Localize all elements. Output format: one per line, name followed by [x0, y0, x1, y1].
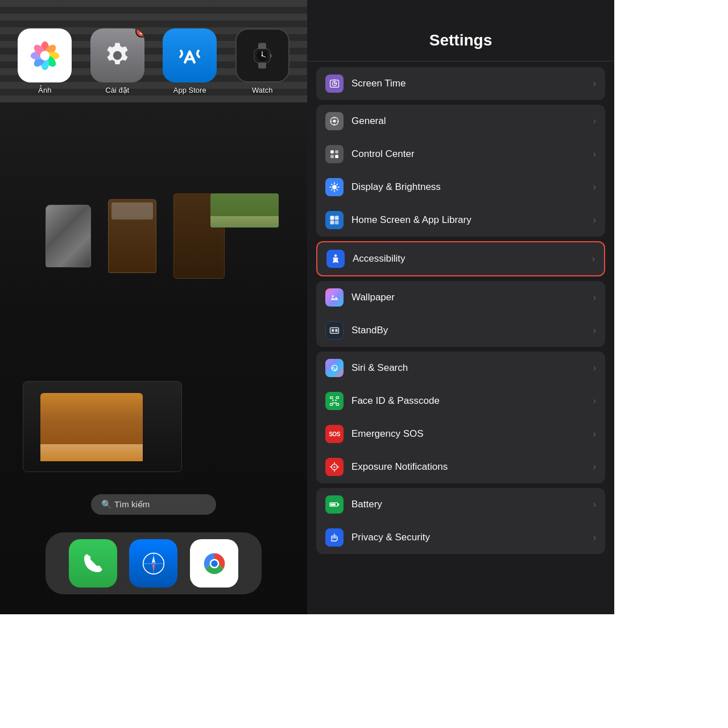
svg-rect-11 [258, 43, 266, 49]
svg-point-66 [332, 400, 334, 402]
svg-point-67 [335, 400, 337, 402]
svg-line-50 [331, 189, 332, 191]
dock-chrome[interactable] [190, 539, 238, 588]
settings-item-standby[interactable]: StandBy › [316, 314, 605, 347]
appstore-icon[interactable] [163, 28, 217, 82]
svg-rect-63 [336, 397, 338, 399]
dock-safari[interactable] [129, 539, 177, 588]
watch-icon[interactable] [235, 28, 289, 82]
emergency-sos-chevron: › [593, 429, 596, 439]
siri-chevron: › [593, 363, 596, 373]
food-scene [11, 193, 296, 535]
settings-group-3: Siri & Search › [316, 351, 605, 483]
exposure-chevron: › [593, 462, 596, 472]
settings-item-home-screen[interactable]: Home Screen & App Library › [316, 204, 605, 237]
tray [23, 381, 182, 472]
svg-line-48 [337, 189, 338, 191]
app-appstore[interactable]: App Store [163, 28, 217, 94]
control-center-chevron: › [593, 149, 596, 159]
settings-list: Screen Time › [307, 61, 614, 614]
settings-item-exposure[interactable]: Exposure Notifications › [316, 450, 605, 483]
screen-time-label: Screen Time [351, 78, 585, 89]
svg-point-42 [332, 185, 337, 189]
settings-item-face-id[interactable]: Face ID & Passcode › [316, 384, 605, 417]
emergency-sos-icon: SOS [325, 425, 344, 443]
settings-item-wallpaper[interactable]: Wallpaper › [316, 281, 605, 314]
settings-item-battery[interactable]: Battery › [316, 488, 605, 521]
settings-icon[interactable]: 3 [90, 28, 144, 82]
settings-header: Settings [307, 0, 614, 61]
svg-point-33 [333, 120, 336, 123]
svg-rect-62 [330, 397, 333, 399]
svg-rect-51 [330, 216, 334, 220]
dock-phone[interactable] [69, 539, 117, 588]
settings-group-2: Wallpaper › StandBy › [316, 281, 605, 347]
svg-point-8 [40, 51, 49, 60]
app-settings[interactable]: 3 Cài đặt [90, 28, 144, 94]
svg-point-9 [113, 51, 122, 60]
screen-time-icon [325, 75, 344, 93]
svg-rect-18 [270, 54, 272, 57]
watch-label: Watch [252, 86, 272, 94]
standby-icon [325, 321, 344, 340]
home-screen-chevron: › [593, 215, 596, 225]
settings-item-siri[interactable]: Siri & Search › [316, 351, 605, 384]
svg-rect-75 [330, 503, 336, 506]
settings-item-screen-time[interactable]: Screen Time › [316, 67, 605, 100]
svg-point-17 [262, 55, 263, 56]
photos-label: Ảnh [38, 86, 51, 94]
standby-chevron: › [593, 325, 596, 336]
svg-point-55 [334, 254, 337, 257]
settings-label: Cài đặt [105, 86, 129, 94]
settings-badge: 3 [135, 28, 144, 38]
exposure-icon [325, 458, 344, 476]
svg-rect-53 [330, 221, 334, 225]
settings-item-control-center[interactable]: Control Center › [316, 138, 605, 171]
privacy-icon [325, 528, 344, 547]
svg-rect-12 [258, 62, 266, 68]
siri-icon [325, 359, 344, 377]
coffee-cup-1 [108, 199, 156, 273]
display-label: Display & Brightness [351, 181, 585, 193]
photos-icon[interactable] [18, 28, 72, 82]
settings-item-general[interactable]: General › [316, 105, 605, 138]
settings-item-emergency-sos[interactable]: SOS Emergency SOS › [316, 417, 605, 450]
general-chevron: › [593, 116, 596, 126]
face-id-icon [325, 392, 344, 410]
svg-point-26 [211, 560, 218, 567]
settings-item-display[interactable]: Display & Brightness › [316, 171, 605, 204]
accessibility-label: Accessibility [353, 253, 584, 264]
control-center-icon [325, 145, 344, 163]
display-chevron: › [593, 182, 596, 192]
settings-title: Settings [318, 31, 603, 49]
app-photos[interactable]: Ảnh [18, 28, 72, 94]
wallpaper-label: Wallpaper [351, 292, 585, 303]
dock [46, 532, 262, 594]
wallpaper-icon [325, 288, 344, 307]
accessibility-icon [326, 250, 345, 268]
svg-line-49 [337, 184, 338, 185]
battery-label: Battery [351, 499, 585, 510]
appstore-label: App Store [173, 86, 206, 94]
face-id-label: Face ID & Passcode [351, 395, 585, 407]
svg-rect-52 [335, 216, 339, 220]
svg-rect-54 [335, 221, 339, 225]
settings-item-accessibility[interactable]: Accessibility › [316, 241, 605, 276]
svg-point-69 [333, 466, 336, 468]
search-bar[interactable]: 🔍 Tìm kiếm [91, 494, 216, 515]
privacy-label: Privacy & Security [351, 532, 585, 543]
svg-rect-59 [332, 329, 334, 332]
standby-label: StandBy [351, 325, 585, 336]
settings-item-privacy[interactable]: Privacy & Security › [316, 521, 605, 554]
face-id-chevron: › [593, 396, 596, 406]
general-label: General [351, 115, 585, 127]
settings-group-4: Battery › Privacy & Security › [316, 488, 605, 554]
svg-rect-76 [338, 503, 340, 506]
settings-group-1: General › Control Center › [316, 105, 605, 237]
svg-rect-39 [335, 150, 338, 154]
app-watch[interactable]: Watch [235, 28, 289, 94]
svg-point-57 [332, 295, 334, 297]
cake-slice [40, 393, 143, 461]
app-grid: Ảnh 3 Cài đặt [0, 17, 307, 106]
svg-line-47 [331, 184, 332, 185]
